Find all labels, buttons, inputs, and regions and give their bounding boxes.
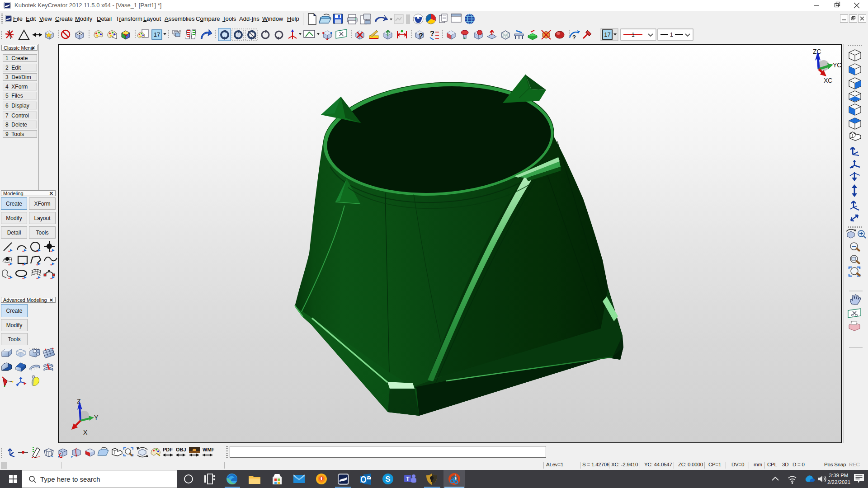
svg-text:PDF: PDF	[163, 447, 173, 452]
svg-text:Y: Y	[94, 414, 99, 421]
svg-text:1: 1	[632, 32, 635, 38]
svg-text:?: ?	[572, 34, 576, 41]
svg-text:XC: XC	[824, 77, 832, 84]
svg-text:17: 17	[154, 31, 160, 38]
svg-text:17: 17	[604, 31, 610, 38]
svg-text:YC: YC	[833, 61, 841, 69]
svg-text:OBJ: OBJ	[176, 447, 186, 452]
svg-text:?: ?	[419, 32, 423, 40]
svg-text:?: ?	[430, 30, 434, 38]
svg-text:T: T	[406, 475, 410, 482]
svg-text:S: S	[385, 475, 390, 483]
svg-text:X: X	[83, 429, 88, 436]
svg-text:1: 1	[670, 32, 673, 38]
svg-text:WMF: WMF	[203, 447, 215, 452]
